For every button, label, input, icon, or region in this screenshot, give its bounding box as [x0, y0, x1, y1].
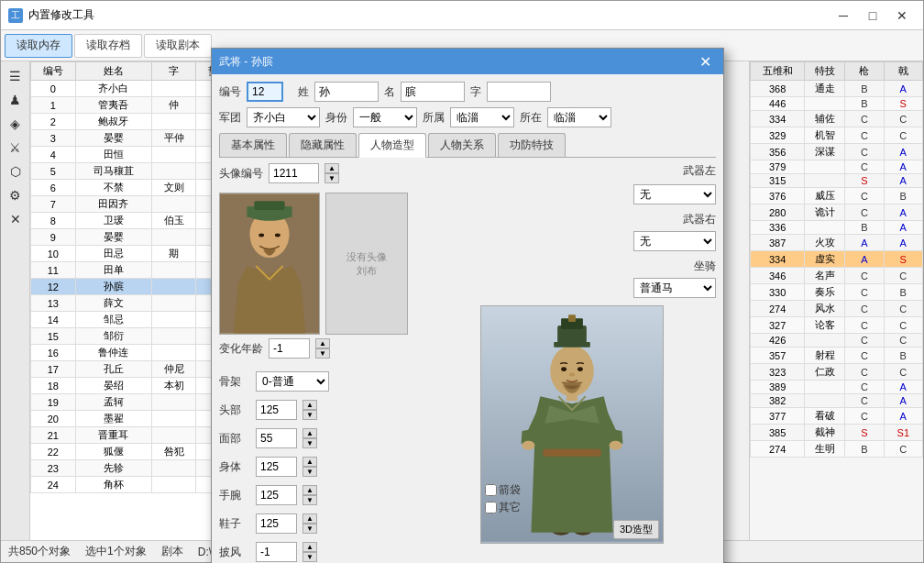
spinner-down[interactable]: ▼: [324, 173, 339, 183]
xing-input[interactable]: [314, 82, 379, 102]
table-row[interactable]: 7 田因齐: [31, 196, 241, 213]
right-table-row[interactable]: 356 深谋 C A: [751, 144, 923, 160]
table-row[interactable]: 16 鲁仲连: [31, 345, 241, 361]
portrait-code-spinner[interactable]: ▲ ▼: [324, 163, 339, 183]
shenti-input[interactable]: [256, 457, 297, 477]
mount-select[interactable]: 普通马: [633, 278, 716, 298]
sidebar-icon-1[interactable]: ☰: [5, 65, 27, 87]
jian-checkbox[interactable]: [485, 484, 497, 496]
minimize-button[interactable]: ─: [830, 5, 857, 27]
bianhua-down[interactable]: ▼: [315, 348, 330, 359]
right-table-row[interactable]: 376 威压 C B: [751, 188, 923, 204]
table-row[interactable]: 21 晋重耳 晋: [31, 427, 241, 444]
biaohao-input[interactable]: [247, 82, 283, 102]
table-row[interactable]: 0 齐小白: [31, 81, 241, 97]
right-table-row[interactable]: 323 仁政 C C: [751, 364, 923, 381]
table-row[interactable]: 6 不禁 文则 齐: [31, 180, 241, 196]
btn-3d[interactable]: 3D造型: [613, 520, 659, 539]
zi-input[interactable]: [487, 82, 551, 102]
portrait-code-input[interactable]: [269, 163, 319, 183]
tab-appearance[interactable]: 人物造型: [358, 133, 426, 158]
maximize-button[interactable]: □: [859, 5, 886, 27]
right-table-row[interactable]: 327 论客 C C: [751, 317, 923, 334]
shenti-spinner[interactable]: ▲ ▼: [302, 457, 317, 477]
bianhua-spinner[interactable]: ▲ ▼: [315, 338, 330, 359]
shenfen-select[interactable]: 一般: [353, 107, 417, 127]
xie-input[interactable]: [256, 513, 297, 534]
gujia-select[interactable]: 0-普通: [256, 371, 329, 392]
shou-input[interactable]: [256, 485, 297, 505]
table-row[interactable]: 5 司马穰苴 齐: [31, 163, 241, 180]
right-table-row[interactable]: 377 看破 C A: [751, 408, 923, 425]
table-row[interactable]: 19 孟轲: [31, 394, 241, 411]
table-row[interactable]: 9 晏婴: [31, 229, 241, 246]
read-memory-button[interactable]: 读取内存: [5, 34, 72, 58]
suozai-select[interactable]: 临淄: [547, 107, 611, 127]
right-table-row[interactable]: 274 风水 C C: [751, 301, 923, 317]
sidebar-icon-5[interactable]: ⬡: [5, 160, 27, 182]
ming-input[interactable]: [401, 82, 465, 102]
table-row[interactable]: 3 晏婴 平仲 齐: [31, 130, 241, 147]
right-table-row[interactable]: 426 C C: [751, 334, 923, 348]
table-row[interactable]: 4 田恒 齐: [31, 147, 241, 163]
tab-hidden[interactable]: 隐藏属性: [289, 133, 357, 157]
table-row[interactable]: 2 鲍叔牙 齐: [31, 114, 241, 130]
table-row[interactable]: 15 邹衍: [31, 328, 241, 345]
bianhua-up[interactable]: ▲: [315, 338, 330, 348]
table-row[interactable]: 20 墨翟 晋: [31, 411, 241, 427]
right-table-row[interactable]: 334 辅佐 C C: [751, 111, 923, 127]
jian-checkbox-row[interactable]: 箭袋: [485, 482, 521, 498]
right-table-row[interactable]: 387 火攻 A A: [751, 235, 923, 251]
qita-checkbox-row[interactable]: 其它: [485, 500, 521, 515]
right-table-row[interactable]: 385 截神 S S1: [751, 425, 923, 441]
table-row[interactable]: 12 孙膑 齐: [31, 279, 241, 295]
right-table-row[interactable]: 280 诡计 C A: [751, 204, 923, 221]
modal-close-button[interactable]: ✕: [694, 50, 716, 72]
right-table-row[interactable]: 336 B A: [751, 221, 923, 235]
xie-spinner[interactable]: ▲ ▼: [302, 513, 317, 534]
shou-spinner[interactable]: ▲ ▼: [302, 485, 317, 505]
right-table-row[interactable]: 315 S A: [751, 174, 923, 188]
tou-spinner[interactable]: ▲ ▼: [302, 400, 317, 420]
app-close-button[interactable]: ✕: [888, 5, 916, 27]
pofeng-input[interactable]: [256, 542, 297, 562]
table-row[interactable]: 1 管夷吾 仲 齐: [31, 97, 241, 114]
tab-basic[interactable]: 基本属性: [219, 133, 287, 157]
weapon-left-select[interactable]: 无: [633, 184, 716, 204]
table-row[interactable]: 8 卫瑗 伯玉 司: [31, 213, 241, 229]
sidebar-icon-4[interactable]: ⚔: [5, 137, 27, 159]
right-table-row[interactable]: 346 名声 C C: [751, 268, 923, 284]
bianhua-input[interactable]: [269, 338, 310, 359]
read-save-button[interactable]: 读取存档: [74, 34, 142, 58]
mian-input[interactable]: [256, 428, 297, 448]
right-table-row[interactable]: 389 C A: [751, 381, 923, 394]
tab-relations[interactable]: 人物关系: [428, 133, 496, 157]
right-table-row[interactable]: 382 C A: [751, 394, 923, 408]
right-table-row[interactable]: 379 C A: [751, 160, 923, 174]
sidebar-icon-3[interactable]: ◈: [5, 113, 27, 135]
sidebar-icon-7[interactable]: ✕: [5, 208, 27, 230]
tou-input[interactable]: [256, 400, 297, 420]
table-row[interactable]: 18 晏绍 本初 刘: [31, 378, 241, 394]
sidebar-icon-6[interactable]: ⚙: [5, 184, 27, 206]
right-table-row[interactable]: 357 射程 C B: [751, 348, 923, 364]
table-row[interactable]: 13 薛文 齐: [31, 295, 241, 312]
table-row[interactable]: 10 田忌 期 齐: [31, 246, 241, 262]
pofeng-spinner[interactable]: ▲ ▼: [302, 542, 317, 562]
read-scenario-button[interactable]: 读取剧本: [144, 34, 212, 58]
weapon-right-select[interactable]: 无: [633, 231, 716, 251]
table-row[interactable]: 23 先轸 晋: [31, 460, 241, 477]
right-table-row[interactable]: 368 通走 B A: [751, 81, 923, 97]
suoshu-select[interactable]: 临淄: [450, 107, 514, 127]
main-table-container[interactable]: 编号 姓名 字 势力 0 齐小白 1 管夷吾 仲 齐 2 鲍叔牙 齐 3 晏婴 …: [30, 61, 241, 540]
table-row[interactable]: 17 孔丘 仲尼: [31, 361, 241, 378]
spinner-up[interactable]: ▲: [324, 163, 339, 173]
right-table-row[interactable]: 446 B S: [751, 97, 923, 111]
right-table-row[interactable]: 274 生明 B C: [751, 441, 923, 458]
sidebar-icon-2[interactable]: ♟: [5, 89, 27, 111]
right-table-row[interactable]: 329 机智 C C: [751, 127, 923, 144]
table-row[interactable]: 14 邹忌: [31, 312, 241, 328]
table-row[interactable]: 24 角杯: [31, 477, 241, 493]
table-row[interactable]: 11 田单: [31, 262, 241, 279]
mian-spinner[interactable]: ▲ ▼: [302, 428, 317, 448]
